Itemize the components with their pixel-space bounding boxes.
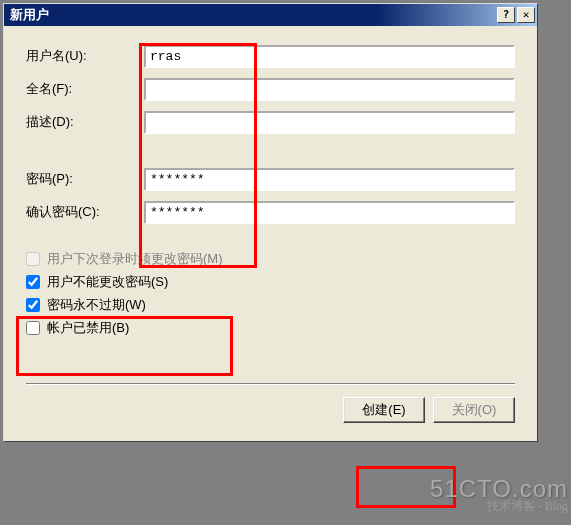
- never-expire-label: 密码永不过期(W): [47, 296, 146, 314]
- titlebar: 新用户 ? ✕: [4, 4, 537, 26]
- description-label: 描述(D):: [26, 113, 144, 131]
- must-change-label: 用户下次登录时须更改密码(M): [47, 250, 223, 268]
- password-input[interactable]: [144, 168, 515, 191]
- close-button[interactable]: ✕: [517, 7, 535, 23]
- fullname-label: 全名(F):: [26, 80, 144, 98]
- dialog-title: 新用户: [6, 6, 497, 24]
- username-label: 用户名(U):: [26, 47, 144, 65]
- confirm-input[interactable]: [144, 201, 515, 224]
- confirm-label: 确认密码(C):: [26, 203, 144, 221]
- username-input[interactable]: [144, 45, 515, 68]
- account-disabled-checkbox[interactable]: [26, 321, 40, 335]
- must-change-row: 用户下次登录时须更改密码(M): [26, 250, 515, 268]
- never-expire-checkbox[interactable]: [26, 298, 40, 312]
- account-disabled-label: 帐户已禁用(B): [47, 319, 129, 337]
- close-dialog-button[interactable]: 关闭(O): [433, 397, 515, 423]
- must-change-checkbox: [26, 252, 40, 266]
- cannot-change-label: 用户不能更改密码(S): [47, 273, 168, 291]
- cannot-change-row[interactable]: 用户不能更改密码(S): [26, 273, 515, 291]
- help-button[interactable]: ?: [497, 7, 515, 23]
- cannot-change-checkbox[interactable]: [26, 275, 40, 289]
- watermark-logo: 51CTO.com: [430, 475, 568, 503]
- watermark-tagline: 技术博客 - Blog: [487, 498, 568, 515]
- fullname-input[interactable]: [144, 78, 515, 101]
- create-button[interactable]: 创建(E): [343, 397, 425, 423]
- description-input[interactable]: [144, 111, 515, 134]
- new-user-dialog: 新用户 ? ✕ 用户名(U): 全名(F): 描述(D): 密码(P): 确认密…: [3, 3, 538, 442]
- divider: [26, 383, 515, 385]
- password-label: 密码(P):: [26, 170, 144, 188]
- highlight-create: [356, 466, 456, 508]
- never-expire-row[interactable]: 密码永不过期(W): [26, 296, 515, 314]
- account-disabled-row[interactable]: 帐户已禁用(B): [26, 319, 515, 337]
